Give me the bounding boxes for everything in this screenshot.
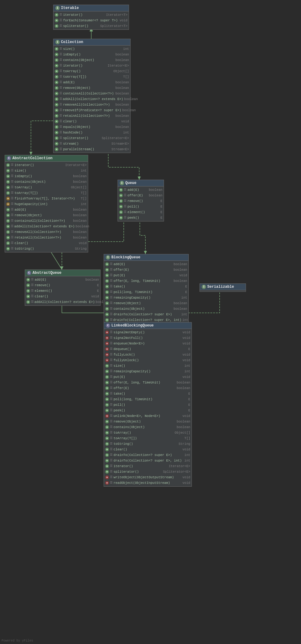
method-row[interactable]: m☰spliterator()Spliterator<E> [54,135,130,141]
method-row[interactable]: m☰clear()void [54,119,130,124]
method-row[interactable]: m☰add(E)boolean [104,261,188,267]
method-row[interactable]: m☰offer(E, long, TimeUnit)boolean [104,278,188,284]
mi: m [105,425,109,429]
method-row[interactable]: m☰containsAll(Collection<?>)boolean [54,91,130,96]
mi: m [26,289,30,293]
method-row[interactable]: m☰contains(Object)boolean [104,306,188,312]
method-row[interactable]: m☰retainAll(Collection<?>)boolean [5,235,88,240]
method-row[interactable]: m☰equals(Object)boolean [54,124,130,130]
method-row[interactable]: m☰toArray()Object[] [54,68,130,74]
method-row[interactable]: m☰hugeCapacity(int)int [5,201,88,207]
method-row[interactable]: m☰size()int [104,363,191,369]
method-row[interactable]: m☰toArray(T[])T[] [54,74,130,80]
method-row[interactable]: m☰contains(Object)boolean [54,57,130,63]
method-name: forEach(Consumer<? super T>) [63,18,119,23]
method-row[interactable]: m☰remove(Object)boolean [104,419,191,424]
method-row[interactable]: m☰toString()String [104,441,191,447]
method-row[interactable]: m☰finishToArray(T[], Iterator<?>)T[] [5,196,88,201]
method-row[interactable]: m☰writeObject(ObjectOutputStream)void [104,475,191,480]
mi: m [105,331,109,334]
method-row[interactable]: m☰removeIf(Predicate<? super E>)boolean [54,107,130,113]
method-row[interactable]: m☰remove(Object)boolean [54,85,130,91]
method-row[interactable]: m☰drainTo(Collection<? super E>)int [104,312,188,317]
method-row[interactable]: m☰remove()E [25,283,100,288]
method-row[interactable]: m☰offer(E)boolean [118,193,164,198]
method-row[interactable]: m☰toArray(T[])T[] [104,436,191,441]
method-row[interactable]: m☰clear()void [25,294,100,299]
mi: m [55,69,58,73]
method-row[interactable]: m☰drainTo(Collection<? super E>, int)int [104,458,191,463]
method-row[interactable]: m☰addAll(Collection<? extends E>)boolean [5,224,88,229]
method-row[interactable]: m☰fullyUnlock()void [104,357,191,363]
method-row[interactable]: m☰offer(E)boolean [104,385,191,391]
method-row[interactable]: m☰element()E [25,288,100,294]
method-row[interactable]: m☰addAll(Collection<? extends E>)boolean [25,299,100,305]
method-row[interactable]: m ☰ spliterator() Spliterator<T> [54,23,129,29]
method-row[interactable]: m☰fullyLock()void [104,352,191,357]
method-row[interactable]: m☰size()int [54,46,130,52]
method-row[interactable]: m☰poll(long, TimeUnit)E [104,396,191,402]
method-row[interactable]: m☰remainingCapacity()int [104,369,191,374]
method-row[interactable]: m☰remainingCapacity()int [104,295,188,300]
method-row[interactable]: m☰dequeue()E [104,346,191,352]
method-row[interactable]: m☰signalNotEmpty()void [104,330,191,335]
method-row[interactable]: m☰toArray()Object[] [104,430,191,436]
method-row[interactable]: m ☰ iterator() Iterator<T> [54,12,129,18]
method-row[interactable]: m☰poll()E [104,402,191,408]
method-row[interactable]: m☰hashCode()int [54,130,130,135]
method-row[interactable]: m☰remove(Object)boolean [5,212,88,218]
method-row[interactable]: m☰offer(E)boolean [104,267,188,273]
method-row[interactable]: m☰peek()E [104,408,191,413]
method-row[interactable]: m☰take()E [104,284,188,289]
method-row[interactable]: m☰toArray(T[])T[] [5,190,88,196]
method-row[interactable]: m ☰ forEach(Consumer<? super T>) void [54,18,129,23]
method-row[interactable]: m☰isEmpty()boolean [5,173,88,179]
method-row[interactable]: m☰addAll(Collection<? extends E>)boolean [54,96,130,102]
method-row[interactable]: m☰poll()E [118,204,164,209]
method-row[interactable]: m☰iterator()Iterator<E> [5,162,88,168]
method-row[interactable]: m☰toArray()Object[] [5,185,88,190]
method-row[interactable]: m☰add(E)boolean [25,277,100,283]
method-row[interactable]: m☰add(E)boolean [118,187,164,193]
method-row[interactable]: m☰add(E)boolean [54,80,130,85]
method-row[interactable]: m☰contains(Object)boolean [104,424,191,430]
method-row[interactable]: m☰offer(E, long, TimeUnit)boolean [104,380,191,385]
method-row[interactable]: m☰stream()Stream<E> [54,141,130,147]
method-row[interactable]: m☰size()int [5,168,88,173]
method-row[interactable]: m☰put(E)void [104,273,188,278]
method-row[interactable]: m☰add(E)boolean [5,207,88,212]
svg-marker-2 [29,152,32,155]
method-row[interactable]: m☰put(E)void [104,374,191,380]
method-row[interactable]: m☰unlink(Node<E>, Node<E>)void [104,413,191,419]
method-row[interactable]: m☰signalNotFull()void [104,335,191,341]
method-row[interactable]: m☰contains(Object)boolean [5,179,88,185]
method-row[interactable]: m☰element()E [118,209,164,215]
method-row[interactable]: m☰take()E [104,391,191,396]
mi: m [105,358,109,362]
method-row[interactable]: m☰clear()void [104,447,191,452]
mi: m [105,342,109,345]
method-row[interactable]: m☰parallelStream()Stream<E> [54,147,130,152]
method-row[interactable]: m☰iterator()Iterator<E> [54,63,130,68]
method-row[interactable]: m☰removeAll(Collection<?>)boolean [5,229,88,235]
method-row[interactable]: m☰clear()void [5,240,88,246]
mi: m [55,131,58,134]
method-row[interactable]: m☰remove()E [118,198,164,204]
mi: m [105,386,109,390]
method-row[interactable]: m☰spliterator()Spliterator<E> [104,469,191,475]
method-row[interactable]: m☰peek()E [118,215,164,221]
collection-title: Collection [61,40,83,44]
method-row[interactable]: m☰isEmpty()boolean [54,52,130,57]
method-row[interactable]: m☰poll(long, TimeUnit)E [104,289,188,295]
method-row[interactable]: m☰readObject(ObjectInputStream)void [104,480,191,486]
method-row[interactable]: m☰remove(Object)boolean [104,300,188,306]
method-row[interactable]: m☰iterator()Iterator<E> [104,463,191,469]
method-row[interactable]: m☰containsAll(Collection<?>)boolean [5,218,88,224]
method-row[interactable]: m☰enqueue(Node<E>)void [104,341,191,346]
method-row[interactable]: m☰drainTo(Collection<? super E>)int [104,452,191,458]
iterable-box: I Iterable m ☰ iterator() Iterator<T> m … [53,5,129,30]
method-row[interactable]: m☰retainAll(Collection<?>)boolean [54,113,130,119]
method-row[interactable]: m☰removeAll(Collection<?>)boolean [54,102,130,107]
svg-marker-7 [60,266,63,269]
method-row[interactable]: m☰toString()String [5,246,88,252]
